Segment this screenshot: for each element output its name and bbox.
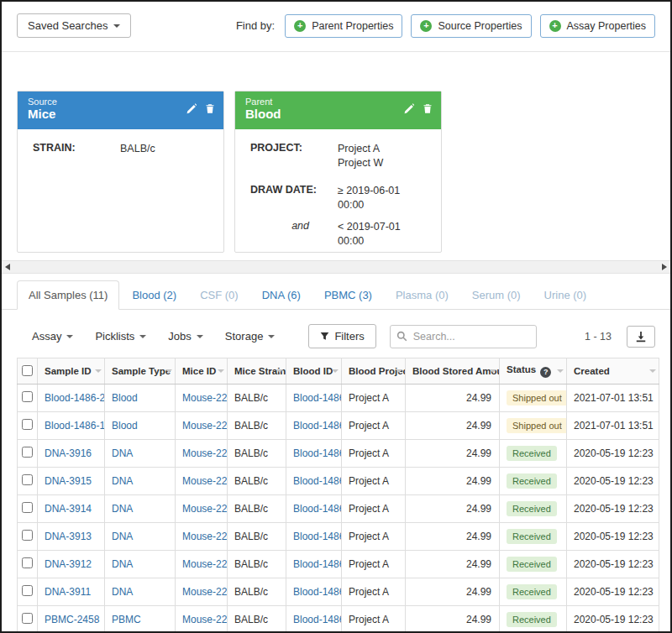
sample-id-cell: PBMC-2458 [38, 606, 105, 633]
column-menu-icon[interactable] [95, 369, 102, 373]
mice-id-link[interactable]: Mouse-22 [182, 531, 227, 542]
mice-id-link[interactable]: Mouse-22 [182, 586, 227, 598]
sample-id-link[interactable]: PBMC-2458 [45, 614, 99, 625]
column-header-blood-stored-amount[interactable]: Blood Stored Amount [406, 358, 500, 385]
status-badge: Received [507, 529, 557, 544]
sample-type-cell: DNA [105, 495, 176, 523]
mice-id-link[interactable]: Mouse-22 [182, 614, 227, 625]
column-menu-icon[interactable] [332, 369, 339, 373]
column-header-mice-id[interactable]: Mice ID [176, 358, 228, 385]
select-all-checkbox[interactable] [22, 365, 33, 376]
blood-id-cell: Blood-1486 [286, 385, 342, 412]
blood-id-link[interactable]: Blood-1486 [293, 392, 342, 404]
blood-id-link[interactable]: Blood-1486 [293, 614, 342, 625]
row-checkbox[interactable] [22, 585, 33, 596]
column-menu-icon[interactable] [557, 369, 564, 373]
column-header-status[interactable]: Status? [500, 358, 567, 385]
sample-type-link[interactable]: DNA [112, 475, 133, 487]
tab-all-samples[interactable]: All Samples (11) [17, 280, 119, 310]
search-input[interactable] [390, 325, 537, 348]
assay-properties-button[interactable]: + Assay Properties [540, 14, 655, 38]
column-menu-icon[interactable] [276, 369, 283, 373]
field-value: ≥ 2019-06-01 00:00 [338, 184, 429, 212]
row-checkbox[interactable] [22, 474, 33, 485]
row-checkbox[interactable] [22, 502, 33, 513]
status-badge: Shipped out [507, 390, 567, 405]
export-download-button[interactable] [627, 326, 655, 348]
row-checkbox[interactable] [22, 419, 33, 430]
mice-id-link[interactable]: Mouse-22 [182, 503, 227, 515]
blood-id-link[interactable]: Blood-1486 [293, 531, 342, 542]
sample-id-link[interactable]: DNA-3913 [45, 531, 92, 542]
sample-type-link[interactable]: DNA [112, 447, 133, 459]
edit-pencil-icon[interactable] [403, 103, 414, 114]
tab-dna[interactable]: DNA (6) [251, 281, 312, 309]
sample-id-link[interactable]: Blood-1486-2 [45, 392, 105, 404]
delete-trash-icon[interactable] [205, 103, 215, 114]
scroll-left-icon[interactable] [5, 264, 10, 270]
parent-properties-button[interactable]: + Parent Properties [285, 14, 402, 38]
sample-id-link[interactable]: DNA-3916 [45, 447, 92, 459]
sample-type-link[interactable]: DNA [112, 503, 133, 515]
sample-id-link[interactable]: DNA-3915 [45, 475, 92, 487]
delete-trash-icon[interactable] [423, 103, 433, 114]
column-menu-icon[interactable] [396, 369, 402, 373]
column-header-blood-id[interactable]: Blood ID [286, 358, 342, 385]
horizontal-scrollbar[interactable] [2, 260, 670, 274]
tab-urine[interactable]: Urine (0) [533, 281, 598, 309]
row-checkbox[interactable] [22, 613, 33, 624]
column-menu-icon[interactable] [490, 369, 496, 373]
saved-searches-button[interactable]: Saved Searches [17, 13, 131, 38]
column-menu-icon[interactable] [649, 369, 656, 373]
mice-id-link[interactable]: Mouse-22 [182, 475, 227, 487]
tab-plasma[interactable]: Plasma (0) [385, 281, 459, 309]
sample-id-link[interactable]: DNA-3912 [45, 558, 92, 570]
blood-id-link[interactable]: Blood-1486 [293, 503, 342, 515]
sample-type-link[interactable]: Blood [112, 392, 138, 404]
sample-id-link[interactable]: DNA-3911 [45, 586, 91, 598]
tab-csf[interactable]: CSF (0) [189, 281, 249, 309]
blood-stored-amount-cell: 24.99 [406, 551, 500, 578]
column-header-sample-id[interactable]: Sample ID [38, 358, 105, 385]
blood-id-link[interactable]: Blood-1486 [293, 558, 342, 570]
blood-project-cell: Project A [342, 385, 406, 412]
tab-blood[interactable]: Blood (2) [121, 281, 187, 309]
filters-button[interactable]: Filters [308, 324, 375, 348]
mice-id-link[interactable]: Mouse-22 [182, 558, 227, 570]
column-header-blood-project[interactable]: Blood Project [342, 358, 406, 385]
blood-id-link[interactable]: Blood-1486 [293, 420, 342, 432]
column-header-mice-strain[interactable]: Mice Strain [228, 358, 286, 385]
mice-id-link[interactable]: Mouse-22 [182, 447, 227, 459]
assay-menu-button[interactable]: Assay [32, 330, 73, 343]
jobs-menu-button[interactable]: Jobs [168, 330, 202, 343]
picklists-menu-button[interactable]: Picklists [95, 330, 146, 343]
status-help-icon[interactable]: ? [540, 367, 551, 378]
sample-type-link[interactable]: DNA [112, 558, 133, 570]
sample-type-link[interactable]: Blood [112, 420, 138, 432]
tab-serum[interactable]: Serum (0) [461, 281, 532, 309]
row-checkbox[interactable] [22, 447, 33, 458]
column-header-created[interactable]: Created [567, 358, 659, 385]
blood-id-link[interactable]: Blood-1486 [293, 475, 342, 487]
column-menu-icon[interactable] [218, 369, 224, 373]
scroll-right-icon[interactable] [662, 264, 667, 270]
sample-type-link[interactable]: DNA [112, 531, 133, 542]
row-checkbox[interactable] [22, 557, 33, 568]
sample-type-link[interactable]: DNA [112, 586, 133, 598]
blood-id-link[interactable]: Blood-1486 [293, 447, 342, 459]
blood-id-link[interactable]: Blood-1486 [293, 586, 342, 598]
row-checkbox[interactable] [22, 530, 33, 541]
source-properties-button[interactable]: + Source Properties [411, 14, 531, 38]
mice-id-link[interactable]: Mouse-22 [182, 392, 227, 404]
edit-pencil-icon[interactable] [186, 103, 197, 114]
blood-project-cell: Project A [342, 440, 406, 468]
column-header-sample-type[interactable]: Sample Type [105, 358, 176, 385]
tab-pbmc[interactable]: PBMC (3) [313, 281, 383, 309]
storage-menu-button[interactable]: Storage [225, 330, 276, 343]
column-menu-icon[interactable] [165, 369, 172, 373]
row-checkbox[interactable] [22, 391, 33, 402]
sample-id-link[interactable]: DNA-3914 [45, 503, 92, 515]
sample-type-link[interactable]: PBMC [112, 614, 141, 625]
mice-id-link[interactable]: Mouse-22 [182, 420, 227, 432]
sample-id-link[interactable]: Blood-1486-1 [45, 420, 105, 432]
